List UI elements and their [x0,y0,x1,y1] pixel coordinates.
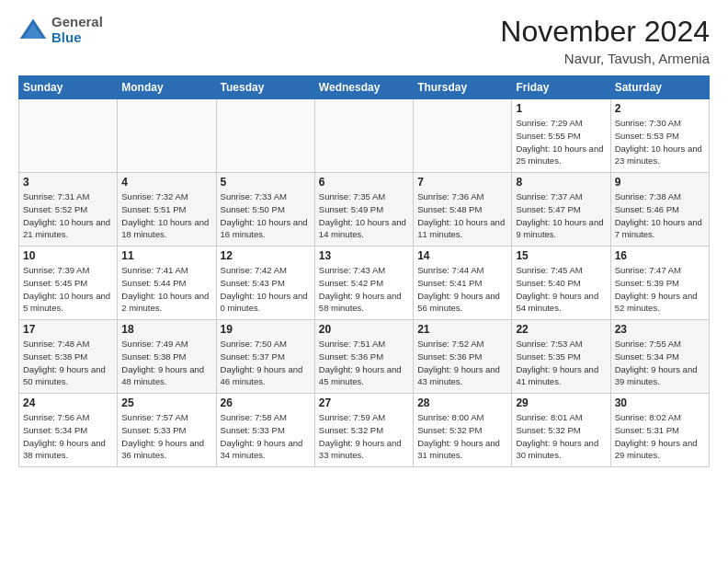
weekday-header: Thursday [414,76,512,99]
day-number: 3 [23,176,113,189]
day-info: Sunrise: 8:01 AM Sunset: 5:32 PM Dayligh… [516,411,606,462]
calendar-cell: 8Sunrise: 7:37 AM Sunset: 5:47 PM Daylig… [512,173,610,247]
weekday-header: Saturday [610,76,709,99]
day-number: 5 [221,176,311,189]
logo-general: General [51,15,103,30]
day-number: 2 [615,102,705,115]
calendar-cell: 18Sunrise: 7:49 AM Sunset: 5:38 PM Dayli… [118,320,216,394]
day-info: Sunrise: 7:33 AM Sunset: 5:50 PM Dayligh… [221,190,311,241]
logo: General Blue [18,15,103,45]
day-info: Sunrise: 7:49 AM Sunset: 5:38 PM Dayligh… [121,338,211,388]
logo-text: General Blue [51,15,103,45]
day-number: 21 [417,323,507,336]
day-info: Sunrise: 7:53 AM Sunset: 5:35 PM Dayligh… [516,338,606,388]
day-number: 14 [417,249,507,262]
calendar-cell: 6Sunrise: 7:35 AM Sunset: 5:49 PM Daylig… [314,173,413,247]
day-info: Sunrise: 7:56 AM Sunset: 5:34 PM Dayligh… [23,411,113,462]
day-info: Sunrise: 7:37 AM Sunset: 5:47 PM Dayligh… [516,190,606,241]
day-info: Sunrise: 7:55 AM Sunset: 5:34 PM Dayligh… [615,338,705,388]
calendar-cell: 3Sunrise: 7:31 AM Sunset: 5:52 PM Daylig… [19,173,118,247]
day-info: Sunrise: 7:47 AM Sunset: 5:39 PM Dayligh… [615,264,705,315]
day-info: Sunrise: 7:29 AM Sunset: 5:55 PM Dayligh… [516,117,606,167]
calendar-week-row: 10Sunrise: 7:39 AM Sunset: 5:45 PM Dayli… [19,247,710,320]
day-number: 9 [615,176,705,189]
calendar-cell [118,99,216,173]
day-info: Sunrise: 7:52 AM Sunset: 5:36 PM Dayligh… [417,338,507,388]
day-info: Sunrise: 7:39 AM Sunset: 5:45 PM Dayligh… [23,264,113,315]
calendar-cell: 2Sunrise: 7:30 AM Sunset: 5:53 PM Daylig… [610,99,709,173]
calendar-cell: 24Sunrise: 7:56 AM Sunset: 5:34 PM Dayli… [19,394,118,467]
calendar-week-row: 1Sunrise: 7:29 AM Sunset: 5:55 PM Daylig… [19,99,710,173]
calendar-cell: 5Sunrise: 7:33 AM Sunset: 5:50 PM Daylig… [216,173,314,247]
day-number: 30 [615,396,705,409]
calendar-cell: 23Sunrise: 7:55 AM Sunset: 5:34 PM Dayli… [610,320,709,394]
calendar-cell: 11Sunrise: 7:41 AM Sunset: 5:44 PM Dayli… [118,247,216,320]
calendar-week-row: 3Sunrise: 7:31 AM Sunset: 5:52 PM Daylig… [19,173,710,247]
day-number: 13 [319,249,409,262]
weekday-header-row: SundayMondayTuesdayWednesdayThursdayFrid… [19,76,710,99]
day-info: Sunrise: 7:58 AM Sunset: 5:33 PM Dayligh… [221,411,311,462]
logo-blue: Blue [51,30,103,46]
day-number: 24 [23,396,113,409]
calendar-cell: 22Sunrise: 7:53 AM Sunset: 5:35 PM Dayli… [512,320,610,394]
header: General Blue November 2024 Navur, Tavush… [18,15,710,66]
calendar-cell: 26Sunrise: 7:58 AM Sunset: 5:33 PM Dayli… [216,394,314,467]
calendar-cell: 17Sunrise: 7:48 AM Sunset: 5:38 PM Dayli… [19,320,118,394]
day-info: Sunrise: 7:43 AM Sunset: 5:42 PM Dayligh… [319,264,409,315]
calendar-cell: 21Sunrise: 7:52 AM Sunset: 5:36 PM Dayli… [414,320,512,394]
day-info: Sunrise: 7:48 AM Sunset: 5:38 PM Dayligh… [23,338,113,388]
day-info: Sunrise: 7:42 AM Sunset: 5:43 PM Dayligh… [221,264,311,315]
day-number: 20 [319,323,409,336]
day-number: 26 [221,396,311,409]
calendar-cell: 10Sunrise: 7:39 AM Sunset: 5:45 PM Dayli… [19,247,118,320]
calendar-cell: 20Sunrise: 7:51 AM Sunset: 5:36 PM Dayli… [314,320,413,394]
day-info: Sunrise: 7:36 AM Sunset: 5:48 PM Dayligh… [417,190,507,241]
day-info: Sunrise: 7:30 AM Sunset: 5:53 PM Dayligh… [615,117,705,167]
day-info: Sunrise: 7:44 AM Sunset: 5:41 PM Dayligh… [417,264,507,315]
calendar-cell: 15Sunrise: 7:45 AM Sunset: 5:40 PM Dayli… [512,247,610,320]
day-number: 19 [221,323,311,336]
day-number: 10 [23,249,113,262]
day-info: Sunrise: 7:35 AM Sunset: 5:49 PM Dayligh… [319,190,409,241]
calendar-cell: 28Sunrise: 8:00 AM Sunset: 5:32 PM Dayli… [414,394,512,467]
calendar-cell: 9Sunrise: 7:38 AM Sunset: 5:46 PM Daylig… [610,173,709,247]
calendar-cell [314,99,413,173]
day-info: Sunrise: 7:59 AM Sunset: 5:32 PM Dayligh… [319,411,409,462]
calendar-cell: 12Sunrise: 7:42 AM Sunset: 5:43 PM Dayli… [216,247,314,320]
day-number: 17 [23,323,113,336]
calendar-cell [414,99,512,173]
weekday-header: Sunday [19,76,118,99]
day-info: Sunrise: 7:32 AM Sunset: 5:51 PM Dayligh… [121,190,211,241]
calendar-cell: 25Sunrise: 7:57 AM Sunset: 5:33 PM Dayli… [118,394,216,467]
calendar-cell: 27Sunrise: 7:59 AM Sunset: 5:32 PM Dayli… [314,394,413,467]
weekday-header: Tuesday [216,76,314,99]
day-number: 25 [121,396,211,409]
day-number: 11 [121,249,211,262]
day-number: 18 [121,323,211,336]
calendar-cell: 13Sunrise: 7:43 AM Sunset: 5:42 PM Dayli… [314,247,413,320]
logo-icon [18,16,48,45]
day-number: 4 [121,176,211,189]
calendar-cell [19,99,118,173]
calendar-table: SundayMondayTuesdayWednesdayThursdayFrid… [18,75,710,467]
calendar-cell [216,99,314,173]
day-number: 22 [516,323,606,336]
title-block: November 2024 Navur, Tavush, Armenia [500,15,710,66]
day-info: Sunrise: 7:57 AM Sunset: 5:33 PM Dayligh… [121,411,211,462]
month-title: November 2024 [500,15,710,49]
calendar-cell: 7Sunrise: 7:36 AM Sunset: 5:48 PM Daylig… [414,173,512,247]
day-number: 15 [516,249,606,262]
calendar-cell: 4Sunrise: 7:32 AM Sunset: 5:51 PM Daylig… [118,173,216,247]
day-info: Sunrise: 8:00 AM Sunset: 5:32 PM Dayligh… [417,411,507,462]
calendar-cell: 14Sunrise: 7:44 AM Sunset: 5:41 PM Dayli… [414,247,512,320]
day-number: 16 [615,249,705,262]
day-number: 6 [319,176,409,189]
page: General Blue November 2024 Navur, Tavush… [0,0,728,482]
day-number: 8 [516,176,606,189]
day-number: 27 [319,396,409,409]
day-number: 28 [417,396,507,409]
calendar-cell: 29Sunrise: 8:01 AM Sunset: 5:32 PM Dayli… [512,394,610,467]
day-info: Sunrise: 7:50 AM Sunset: 5:37 PM Dayligh… [221,338,311,388]
calendar-week-row: 17Sunrise: 7:48 AM Sunset: 5:38 PM Dayli… [19,320,710,394]
day-number: 23 [615,323,705,336]
